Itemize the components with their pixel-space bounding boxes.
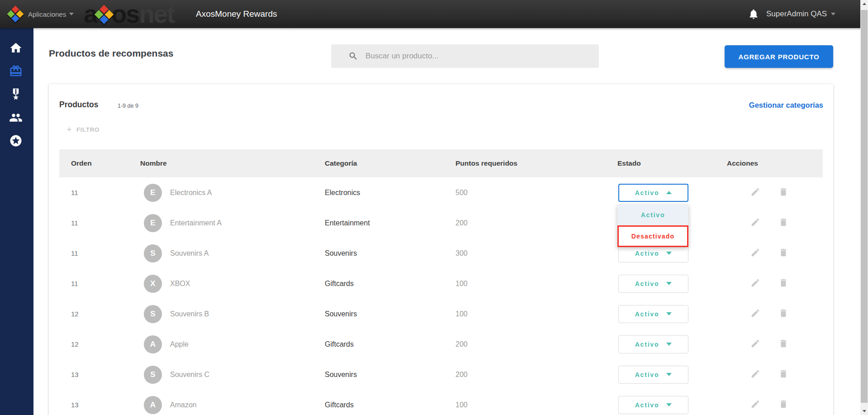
product-avatar: X	[144, 275, 162, 293]
row-categoria: Souvenirs	[313, 310, 444, 318]
edit-button[interactable]	[750, 308, 760, 320]
row-nombre: E Entertainment A	[128, 214, 313, 232]
estado-select[interactable]: Activo	[618, 335, 688, 353]
column-header-orden: Orden	[59, 159, 128, 167]
edit-button[interactable]	[750, 369, 760, 381]
estado-select[interactable]: Activo	[618, 366, 688, 384]
delete-button[interactable]	[778, 369, 788, 381]
manage-categories-link[interactable]: Gestionar categorías	[749, 101, 823, 110]
estado-select[interactable]: Activo	[618, 396, 688, 414]
row-orden: 11	[59, 189, 128, 196]
edit-button[interactable]	[750, 217, 760, 229]
column-header-acciones: Acciones	[715, 159, 823, 167]
row-categoria: Souvenirs	[313, 371, 444, 379]
sidebar-item-rewards[interactable]	[9, 64, 23, 78]
edit-button[interactable]	[750, 399, 760, 411]
edit-button[interactable]	[750, 187, 760, 199]
delete-button[interactable]	[778, 217, 788, 229]
user-name: SuperAdmin QAS	[766, 10, 827, 19]
estado-value: Activo	[635, 371, 659, 378]
row-acciones	[715, 369, 823, 381]
app-title: AxosMoney Rewards	[196, 0, 277, 28]
estado-value: Activo	[635, 310, 659, 318]
estado-select[interactable]: Activo	[618, 184, 688, 202]
row-acciones	[715, 187, 823, 199]
applications-menu-label: Aplicaciones	[28, 10, 66, 18]
table-row: 11 E Electronics A Electronics 500 Activ…	[59, 177, 823, 208]
vertical-scrollbar[interactable]	[860, 0, 868, 415]
row-puntos: 200	[444, 371, 606, 379]
axosnet-logo-icon	[7, 6, 24, 22]
pencil-icon	[750, 217, 760, 227]
sidebar-item-featured[interactable]	[9, 134, 23, 148]
column-header-nombre: Nombre	[128, 159, 313, 167]
sidebar-item-badges[interactable]	[9, 87, 23, 101]
sidebar-item-users[interactable]	[9, 111, 23, 124]
product-name: Entertainment A	[170, 219, 222, 227]
row-orden: 11	[59, 219, 128, 227]
brand-x-diamond-icon	[95, 5, 113, 24]
estado-option-desactivado[interactable]: Desactivado	[617, 225, 688, 247]
scroll-up-button[interactable]	[860, 0, 868, 8]
product-name: Souvenirs A	[170, 249, 209, 258]
product-avatar: S	[144, 305, 162, 323]
table-row: 13 A Amazon Giftcards 100 Activo	[59, 390, 823, 415]
delete-button[interactable]	[778, 308, 788, 320]
medal-icon	[9, 87, 23, 101]
pencil-icon	[750, 278, 760, 288]
product-name: Electronics A	[170, 189, 212, 197]
trash-icon	[778, 187, 788, 197]
estado-select[interactable]: Activo	[618, 305, 688, 323]
chevron-down-icon	[69, 13, 74, 15]
brand-letters-os: os	[111, 0, 139, 28]
row-puntos: 200	[444, 340, 606, 348]
row-puntos: 300	[444, 249, 606, 258]
notifications-bell-icon[interactable]	[748, 8, 759, 20]
product-avatar: S	[144, 244, 162, 262]
estado-dropdown-menu: Activo Desactivado	[617, 205, 688, 247]
edit-button[interactable]	[750, 339, 760, 350]
triangle-down-icon	[863, 410, 866, 412]
delete-button[interactable]	[778, 187, 788, 199]
plus-icon	[66, 126, 73, 133]
table-row: 13 S Souvenirs C Souvenirs 200 Activo	[59, 359, 823, 390]
row-acciones	[715, 278, 823, 290]
trash-icon	[778, 339, 788, 348]
product-name: Apple	[170, 340, 189, 348]
sidebar-item-home[interactable]	[9, 41, 23, 55]
estado-select[interactable]: Activo	[618, 275, 688, 293]
pencil-icon	[750, 187, 760, 197]
user-menu[interactable]: SuperAdmin QAS	[766, 0, 835, 28]
row-acciones	[715, 399, 823, 411]
scrollbar-thumb[interactable]	[861, 10, 868, 403]
product-avatar: S	[144, 366, 162, 384]
add-product-button[interactable]: AGREGAR PRODUCTO	[725, 45, 833, 68]
delete-button[interactable]	[778, 399, 788, 411]
applications-menu[interactable]: Aplicaciones	[28, 0, 74, 28]
row-categoria: Giftcards	[313, 340, 444, 348]
scroll-down-button[interactable]	[860, 407, 868, 415]
row-categoria: Giftcards	[313, 280, 444, 288]
edit-button[interactable]	[750, 248, 760, 259]
product-avatar: A	[144, 396, 162, 414]
chevron-down-icon	[666, 282, 672, 285]
pencil-icon	[750, 399, 760, 409]
delete-button[interactable]	[778, 278, 788, 290]
edit-button[interactable]	[750, 278, 760, 290]
products-card: Productos 1-9 de 9 Gestionar categorías …	[49, 84, 833, 415]
chevron-down-icon	[666, 343, 672, 346]
delete-button[interactable]	[778, 339, 788, 350]
row-estado: Activo	[606, 335, 715, 353]
row-puntos: 100	[444, 401, 606, 409]
search-input[interactable]	[365, 52, 574, 61]
estado-value: Activo	[635, 250, 659, 257]
delete-button[interactable]	[778, 248, 788, 259]
row-estado: Activo	[606, 396, 715, 414]
row-categoria: Giftcards	[313, 401, 444, 409]
row-puntos: 100	[444, 310, 606, 318]
estado-option-activo[interactable]: Activo	[617, 205, 688, 225]
sidebar-nav	[0, 28, 33, 415]
triangle-up-icon	[863, 3, 866, 5]
trash-icon	[778, 399, 788, 409]
filter-button[interactable]: FILTRO	[66, 126, 100, 133]
